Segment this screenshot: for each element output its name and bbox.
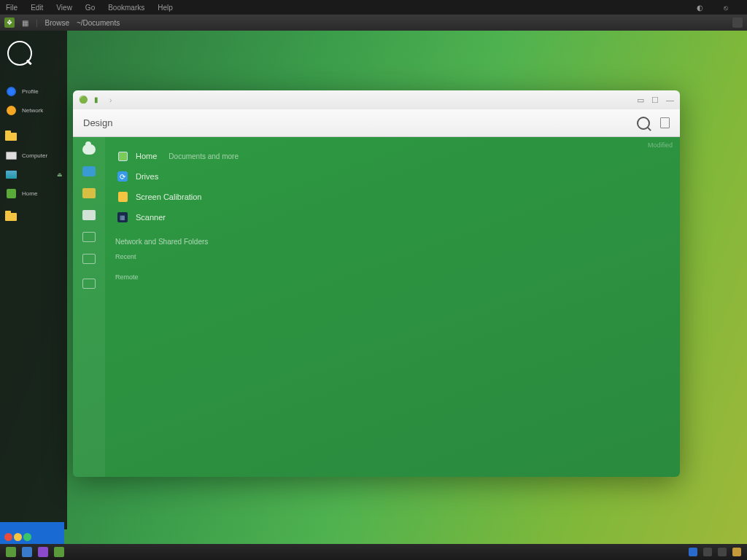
panel-item-label: Home — [22, 190, 37, 197]
outline-icon-3[interactable] — [82, 279, 96, 289]
panel-item-label: Computer — [22, 152, 47, 159]
section-header: Network and Shared Folders — [115, 238, 670, 246]
picture-icon — [6, 171, 17, 179]
list-item[interactable]: Screen Calibration — [115, 187, 670, 207]
toolbar-path-value[interactable]: ~/Documents — [77, 19, 120, 27]
eject-icon[interactable]: ⏏ — [57, 171, 63, 178]
file-manager-content: Modified Home Documents and more ⟳ Drive… — [105, 137, 680, 477]
tray-volume-icon[interactable] — [703, 548, 712, 556]
taskbar-app-1-icon[interactable] — [22, 547, 32, 557]
scanner-icon: ▦ — [117, 212, 128, 222]
menubar-indicator-2[interactable]: ⎋ — [724, 4, 728, 12]
outline-icon[interactable] — [82, 232, 96, 242]
taskbar — [0, 544, 747, 560]
list-item[interactable]: ▦ Scanner — [115, 207, 670, 228]
toolbar-app-icon[interactable]: ❖ — [4, 18, 15, 28]
drive-icon — [6, 152, 17, 160]
window-maximize-icon[interactable]: ☐ — [651, 96, 659, 105]
toolbar-path-label: Browse — [45, 19, 69, 27]
app-blue-icon[interactable] — [82, 166, 96, 176]
distro-logo-icon[interactable] — [7, 41, 32, 66]
toolbar-strip: ❖ ▦ | Browse ~/Documents — [0, 15, 747, 31]
menu-file[interactable]: File — [6, 4, 18, 12]
taskbar-app-2-icon[interactable] — [38, 547, 48, 557]
outline-icon-2[interactable] — [82, 254, 96, 264]
cloud-icon[interactable] — [82, 144, 96, 155]
menu-help[interactable]: Help — [158, 4, 173, 12]
panel-item-extra[interactable] — [4, 210, 63, 223]
window-titlebar[interactable]: 🟢 ▮ › ▭ ☐ — — [73, 90, 680, 109]
panel-item-desktop[interactable]: ⏏ — [4, 168, 63, 181]
menu-bookmarks[interactable]: Bookmarks — [108, 4, 144, 12]
tray-network-icon[interactable] — [689, 548, 697, 556]
orb-red-icon — [4, 533, 12, 541]
list-item[interactable]: Home Documents and more — [115, 146, 670, 166]
menubar-indicator-1[interactable]: ◐ — [697, 4, 703, 12]
os-menubar: File Edit View Go Bookmarks Help ◐ ⎋ — [0, 0, 747, 15]
home-icon — [118, 152, 128, 161]
panel-item-label: Profile — [22, 88, 39, 95]
profile-icon — [7, 87, 16, 96]
system-tray — [689, 548, 741, 556]
folder-icon — [5, 133, 17, 141]
file-manager-sidebar — [73, 137, 105, 477]
taskbar-start-icon[interactable] — [6, 547, 16, 557]
orb-green-icon — [23, 533, 31, 541]
panel-item-network[interactable]: Network — [4, 104, 63, 117]
list-item-sub: Documents and more — [169, 152, 239, 160]
orb-yellow-icon — [14, 533, 22, 541]
toolbar-separator: | — [36, 19, 38, 27]
device-icon[interactable] — [82, 210, 96, 220]
tray-notif-icon[interactable] — [732, 548, 741, 556]
list-item-small[interactable]: Remote — [115, 273, 670, 281]
panel-item-profile[interactable]: Profile — [4, 85, 63, 98]
trash-icon[interactable] — [660, 117, 670, 128]
list-item-small[interactable]: Recent — [115, 253, 670, 260]
search-icon[interactable] — [637, 117, 650, 130]
folder-icon — [5, 213, 17, 221]
menu-go[interactable]: Go — [85, 4, 95, 12]
refresh-icon: ⟳ — [117, 171, 128, 182]
titlebar-app-icon: 🟢 — [79, 96, 88, 105]
menu-view[interactable]: View — [56, 4, 72, 12]
titlebar-chevron-icon[interactable]: › — [109, 96, 112, 104]
window-minimize-icon[interactable]: ▭ — [637, 96, 644, 105]
document-icon — [118, 192, 128, 202]
titlebar-folder-icon: ▮ — [94, 96, 104, 105]
list-item[interactable]: ⟳ Drives — [115, 166, 670, 187]
user-icon — [7, 106, 16, 115]
breadcrumb[interactable]: Design — [83, 117, 112, 128]
menu-edit[interactable]: Edit — [31, 4, 43, 12]
panel-footer — [0, 522, 64, 544]
file-manager-window: 🟢 ▮ › ▭ ☐ — Design Modified Home — [73, 90, 680, 477]
window-close-icon[interactable]: — — [666, 96, 674, 105]
toolbar-doc-icon[interactable]: ▦ — [22, 19, 28, 27]
list-item-label: Screen Calibration — [136, 192, 202, 201]
square-icon — [7, 189, 16, 198]
panel-item-drives[interactable] — [4, 130, 63, 143]
file-manager-header: Design — [73, 109, 680, 137]
list-item-label: Home — [136, 152, 157, 160]
app-yellow-icon[interactable] — [82, 188, 96, 198]
column-header-modified[interactable]: Modified — [648, 141, 673, 149]
taskbar-app-3-icon[interactable] — [54, 547, 64, 557]
panel-item-computer[interactable]: Computer — [4, 149, 63, 162]
list-item-label: Drives — [136, 172, 158, 181]
window-buttons-icon[interactable] — [4, 533, 31, 541]
panel-item-label: Network — [22, 107, 43, 114]
list-item-label: Scanner — [136, 213, 166, 222]
file-manager-body: Modified Home Documents and more ⟳ Drive… — [73, 137, 680, 477]
os-side-panel: Profile Network Computer ⏏ Home — [0, 31, 67, 529]
toolbar-right-button[interactable] — [732, 18, 743, 28]
panel-item-home[interactable]: Home — [4, 187, 63, 200]
tray-battery-icon[interactable] — [718, 548, 727, 556]
